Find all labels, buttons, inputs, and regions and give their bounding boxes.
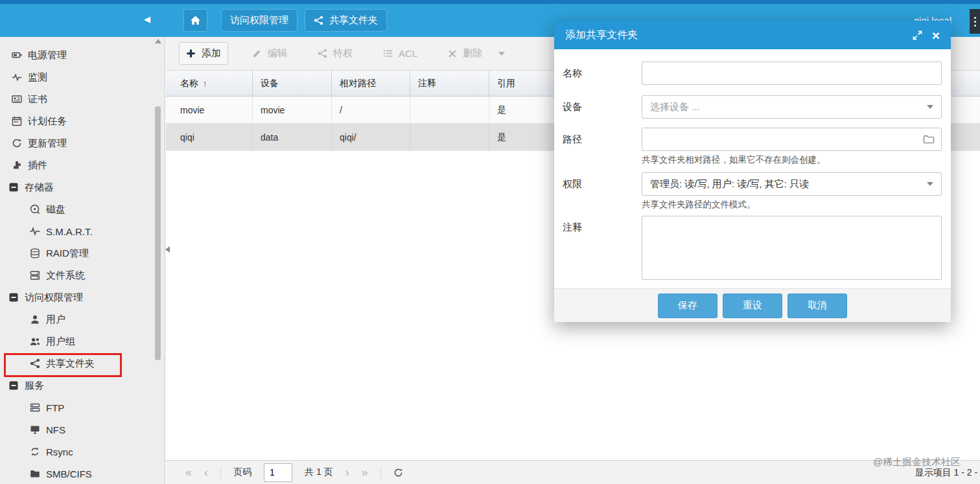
app-window: ◀ 访问权限管理 共享文件夹 qiqi.local 电源管理 监测 (0, 0, 980, 484)
sidebar-item-rsync[interactable]: Rsync (0, 441, 165, 463)
maximize-icon[interactable] (913, 30, 922, 40)
heartbeat-icon (12, 72, 22, 82)
path-field (642, 128, 942, 151)
path-hint: 共享文件夹相对路径，如果它不存在则会创建。 (642, 154, 826, 166)
sidebar-item-groups[interactable]: 用户组 (0, 330, 165, 352)
save-button[interactable]: 保存 (658, 294, 718, 318)
home-button[interactable] (183, 9, 207, 32)
cell-device: data (253, 124, 332, 150)
breadcrumb-access-rights[interactable]: 访问权限管理 (221, 9, 298, 32)
dialog-footer: 保存 重设 取消 (554, 288, 951, 322)
permissions-select[interactable]: 管理员: 读/写, 用户: 读/写, 其它: 只读 (642, 172, 942, 196)
breadcrumb-shared-label: 共享文件夹 (329, 14, 378, 27)
column-header-relative-path[interactable]: 相对路径 (332, 71, 410, 96)
add-button[interactable]: 添加 (179, 42, 228, 65)
breadcrumb-access-label: 访问权限管理 (230, 14, 288, 27)
acl-button[interactable]: ACL (377, 43, 424, 63)
sidebar-item-power[interactable]: 电源管理 (0, 44, 165, 66)
sidebar-item-raid-management[interactable]: RAID管理 (0, 242, 165, 264)
name-label: 名称 (563, 67, 582, 80)
comment-textarea[interactable] (642, 216, 942, 280)
sidebar-item-scheduled-jobs[interactable]: 计划任务 (0, 110, 165, 132)
add-shared-folder-dialog: 添加共享文件夹 × 名称 设备 选择设备 ... 路径 共 (554, 21, 951, 322)
watermark: @稀土掘金技术社区 (873, 456, 961, 468)
prev-page-button[interactable]: ‹ (204, 467, 208, 478)
sidebar-item-disks[interactable]: 磁盘 (0, 198, 165, 220)
divider (220, 467, 221, 478)
refresh-button[interactable] (393, 468, 403, 478)
plus-icon (186, 49, 196, 58)
sidebar-item-file-systems[interactable]: 文件系统 (0, 264, 165, 286)
device-select[interactable]: 选择设备 ... (642, 95, 942, 119)
sidebar-item-monitoring[interactable]: 监测 (0, 66, 165, 88)
plugin-icon (12, 160, 22, 170)
share-icon (314, 16, 323, 25)
name-input[interactable] (642, 62, 941, 84)
drives-icon (30, 270, 40, 281)
sidebar-item-update-management[interactable]: 更新管理 (0, 132, 165, 154)
sync-icon (30, 446, 40, 457)
sidebar-section-services[interactable]: 服务 (0, 375, 165, 397)
cell-path: qiqi/ (332, 124, 410, 150)
column-header-referenced[interactable]: 引用 (489, 71, 559, 96)
column-header-name[interactable]: 名称 ↑ (166, 71, 253, 96)
disk-icon (30, 204, 40, 214)
sidebar-item-smart[interactable]: S.M.A.R.T. (0, 220, 165, 242)
sidebar-collapse-icon[interactable]: ◀ (144, 14, 150, 24)
display-range-status: 显示项目 1 - 2 - 共 (915, 467, 980, 479)
sidebar-section-storage[interactable]: 存储器 (0, 176, 165, 198)
permissions-hint: 共享文件夹路径的文件模式。 (642, 199, 756, 211)
database-icon (30, 248, 40, 259)
sidebar-item-smb-cifs[interactable]: SMB/CIFS (0, 463, 165, 484)
divider (380, 467, 381, 478)
sort-asc-icon[interactable]: ↑ (203, 78, 207, 88)
breadcrumb-shared-folders[interactable]: 共享文件夹 (305, 9, 387, 32)
share-icon (30, 358, 40, 369)
page-label: 页码 (233, 467, 251, 478)
cell-name: movie (166, 97, 253, 123)
column-header-comment[interactable]: 注释 (410, 71, 489, 96)
sidebar-item-plugins[interactable]: 插件 (0, 154, 165, 176)
cell-comment (410, 97, 489, 123)
server-icon (30, 402, 40, 413)
cancel-button[interactable]: 取消 (788, 294, 847, 318)
first-page-button[interactable]: « (185, 467, 192, 478)
dialog-body: 名称 设备 选择设备 ... 路径 共享文件夹相对路径，如果它不存在则会创建。 … (554, 49, 951, 288)
cell-name: qiqi (166, 124, 253, 150)
sidebar-item-nfs[interactable]: NFS (0, 419, 165, 441)
sidebar-item-shared-folders[interactable]: 共享文件夹 (0, 352, 165, 375)
folder-browse-icon[interactable] (923, 133, 941, 145)
certificate-icon (12, 94, 22, 104)
scrollbar-thumb[interactable] (155, 106, 161, 360)
cell-path: / (332, 97, 410, 123)
sidebar-item-certificates[interactable]: 证书 (0, 88, 165, 110)
path-input[interactable] (642, 128, 923, 150)
last-page-button[interactable]: » (362, 467, 368, 478)
delete-dropdown-caret-icon[interactable] (498, 52, 505, 56)
edit-button[interactable]: 编辑 (246, 43, 294, 64)
collapse-icon (8, 182, 19, 192)
sidebar-item-ftp[interactable]: FTP (0, 397, 165, 419)
delete-button[interactable]: 删除 (441, 43, 489, 64)
scrollbar-up-arrow-icon[interactable] (155, 39, 161, 43)
dialog-title-bar[interactable]: 添加共享文件夹 × (554, 21, 951, 49)
panel-collapse-handle[interactable] (163, 242, 171, 257)
dialog-title: 添加共享文件夹 (565, 29, 903, 42)
users-icon (30, 336, 40, 347)
column-header-device[interactable]: 设备 (253, 71, 332, 96)
page-number-input[interactable] (264, 463, 292, 482)
chevron-left-icon (165, 246, 170, 253)
display-icon (30, 424, 40, 435)
device-label: 设备 (563, 101, 582, 113)
sidebar-scrollbar[interactable] (154, 39, 161, 483)
close-icon[interactable]: × (932, 29, 940, 42)
privileges-button[interactable]: 特权 (311, 43, 359, 64)
power-icon (12, 50, 22, 60)
comment-label: 注释 (563, 222, 582, 234)
user-menu-button[interactable] (970, 9, 980, 34)
share-icon (318, 49, 327, 58)
sidebar-section-access-rights[interactable]: 访问权限管理 (0, 286, 165, 308)
reset-button[interactable]: 重设 (723, 294, 782, 318)
next-page-button[interactable]: › (345, 467, 349, 478)
sidebar-item-users[interactable]: 用户 (0, 308, 165, 330)
